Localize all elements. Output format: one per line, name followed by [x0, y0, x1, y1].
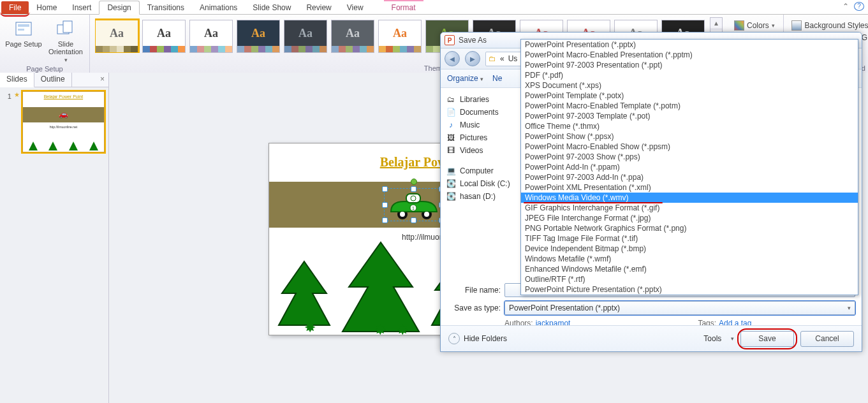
slide-thumbnail[interactable]: Belajar Power Point 🚗 http://ilmuonline.…: [22, 91, 105, 152]
file-type-option[interactable]: PowerPoint Macro-Enabled Presentation (*…: [521, 50, 858, 60]
nav-back-button[interactable]: ◄: [445, 51, 460, 66]
tree-videos[interactable]: 🎞Videos: [441, 144, 522, 157]
file-type-option[interactable]: Windows Media Video (*.wmv): [521, 193, 858, 203]
file-type-option[interactable]: PowerPoint Macro-Enabled Show (*.ppsm): [521, 142, 858, 152]
theme-thumb[interactable]: Aa: [331, 20, 374, 53]
file-type-option[interactable]: Device Independent Bitmap (*.bmp): [521, 244, 858, 254]
splat-shape[interactable]: ✸: [374, 322, 386, 339]
tree-libraries[interactable]: 🗂Libraries: [441, 93, 522, 106]
computer-icon: 💻: [446, 166, 456, 175]
car-icon: 1: [385, 189, 442, 221]
svg-point-9: [400, 212, 405, 217]
pane-tab-outline[interactable]: Outline: [34, 73, 72, 87]
file-type-option[interactable]: PowerPoint Add-In (*.ppam): [521, 162, 858, 172]
dialog-footer: ˄ Hide Folders Tools ▾ Save Cancel: [441, 325, 862, 351]
tab-file[interactable]: File: [1, 1, 29, 14]
save-as-type-dropdown-list[interactable]: PowerPoint Presentation (*.pptx)PowerPoi…: [520, 39, 858, 295]
file-type-option[interactable]: PowerPoint 97-2003 Add-In (*.ppa): [521, 172, 858, 182]
organize-button[interactable]: Organize ▾: [447, 74, 483, 83]
theme-thumb[interactable]: Aa: [142, 20, 186, 53]
nav-forward-button[interactable]: ►: [465, 51, 480, 66]
file-type-option[interactable]: Office Theme (*.thmx): [521, 121, 858, 131]
splat-shape[interactable]: ✸: [304, 319, 316, 336]
resize-handle[interactable]: [411, 217, 416, 223]
theme-thumb[interactable]: Aa: [284, 20, 327, 53]
tab-view[interactable]: View: [339, 1, 371, 14]
file-type-option[interactable]: Outline/RTF (*.rtf): [521, 274, 858, 284]
gallery-up-icon[interactable]: ▴: [710, 18, 722, 29]
animation-star-icon: ★: [14, 91, 20, 98]
thumb-url: http://ilmuonline.net: [23, 125, 104, 129]
file-type-option[interactable]: OpenDocument Presentation (*.odp): [521, 295, 858, 295]
pane-close-icon[interactable]: ×: [96, 73, 108, 87]
thumb-title: Belajar Power Point: [23, 94, 104, 99]
tab-animations[interactable]: Animations: [192, 1, 245, 14]
file-type-option[interactable]: TIFF Tag Image File Format (*.tif): [521, 233, 858, 244]
file-type-option[interactable]: PowerPoint Macro-Enabled Template (*.pot…: [521, 101, 858, 111]
save-as-type-combo[interactable]: PowerPoint Presentation (*.pptx)▾: [504, 301, 855, 315]
resize-handle[interactable]: [382, 217, 388, 223]
selected-picture-car[interactable]: 1: [384, 188, 443, 221]
tab-slideshow[interactable]: Slide Show: [245, 1, 298, 14]
colors-icon: [734, 20, 744, 31]
pane-tab-slides[interactable]: Slides: [0, 73, 34, 87]
hide-folders-button[interactable]: ˄ Hide Folders: [448, 333, 507, 344]
help-icon[interactable]: ?: [854, 2, 864, 11]
file-type-option[interactable]: PowerPoint Template (*.potx): [521, 91, 858, 101]
tab-transitions[interactable]: Transitions: [140, 1, 192, 14]
tree-computer[interactable]: 💻Computer: [441, 165, 522, 177]
file-type-option[interactable]: PDF (*.pdf): [521, 70, 858, 80]
ribbon-minimize-icon[interactable]: ⌃: [841, 2, 850, 11]
resize-handle[interactable]: [382, 202, 388, 208]
file-type-option[interactable]: JPEG File Interchange Format (*.jpg): [521, 213, 858, 223]
splat-shape[interactable]: ✸: [397, 322, 408, 339]
resize-handle[interactable]: [411, 186, 416, 192]
tree-local-c[interactable]: 💽Local Disk (C:): [441, 177, 522, 190]
save-as-dialog: P Save As ◄ ► 🗀 « Us Organize ▾ Ne 🗂Libr…: [440, 32, 862, 352]
tab-insert[interactable]: Insert: [64, 1, 99, 14]
theme-colors-label: Colors: [747, 21, 769, 30]
theme-thumb[interactable]: Aa: [237, 20, 280, 53]
tree-pictures[interactable]: 🖼Pictures: [441, 131, 522, 144]
page-setup-button[interactable]: Page Setup: [5, 17, 42, 48]
slide-orientation-label: Slide Orientation ▾: [47, 40, 84, 64]
theme-colors-button[interactable]: Colors ▾: [732, 20, 778, 31]
new-folder-button[interactable]: Ne: [492, 74, 502, 83]
libraries-icon: 🗂: [446, 95, 456, 104]
file-type-option[interactable]: PowerPoint Presentation (*.pptx): [521, 40, 858, 50]
breadcrumb-back: «: [500, 54, 504, 63]
slide-orientation-button[interactable]: Slide Orientation ▾: [47, 17, 84, 64]
tab-home[interactable]: Home: [29, 1, 64, 14]
tab-design[interactable]: Design: [99, 1, 139, 15]
tree-shape[interactable]: [339, 239, 422, 335]
file-type-option[interactable]: PowerPoint 97-2003 Presentation (*.ppt): [521, 60, 858, 70]
save-button[interactable]: Save: [740, 331, 794, 347]
file-type-option[interactable]: PNG Portable Network Graphics Format (*.…: [521, 223, 858, 233]
file-type-option[interactable]: PowerPoint Show (*.ppsx): [521, 131, 858, 142]
tree-shape[interactable]: [276, 258, 333, 328]
pane-tabs: Slides Outline ×: [0, 73, 108, 87]
file-type-option[interactable]: XPS Document (*.xps): [521, 80, 858, 91]
file-type-option[interactable]: Windows Metafile (*.wmf): [521, 254, 858, 264]
tree-music[interactable]: ♪Music: [441, 119, 522, 131]
nav-tree[interactable]: 🗂Libraries 📄Documents ♪Music 🖼Pictures 🎞…: [441, 88, 523, 279]
file-type-option[interactable]: GIF Graphics Interchange Format (*.gif): [521, 203, 858, 213]
file-type-option[interactable]: PowerPoint 97-2003 Template (*.pot): [521, 111, 858, 121]
theme-thumb[interactable]: Aa: [189, 20, 233, 53]
resize-handle[interactable]: [382, 186, 388, 192]
tab-format[interactable]: Format: [384, 1, 423, 14]
tree-hasan-d[interactable]: 💽hasan (D:): [441, 190, 522, 203]
file-type-option[interactable]: Enhanced Windows Metafile (*.emf): [521, 264, 858, 274]
theme-thumb[interactable]: Aa: [378, 20, 422, 53]
file-type-option[interactable]: PowerPoint 97-2003 Show (*.pps): [521, 152, 858, 162]
rotate-handle[interactable]: [411, 179, 417, 185]
cancel-button[interactable]: Cancel: [800, 331, 854, 347]
tree-documents[interactable]: 📄Documents: [441, 106, 522, 119]
breadcrumb-text: Us: [508, 54, 518, 63]
background-styles-button[interactable]: Background Styles ▾: [789, 20, 868, 31]
theme-thumb[interactable]: Aa: [95, 20, 138, 53]
tools-button[interactable]: Tools ▾: [703, 334, 734, 343]
file-type-option[interactable]: PowerPoint XML Presentation (*.xml): [521, 182, 858, 193]
file-type-option[interactable]: PowerPoint Picture Presentation (*.pptx): [521, 284, 858, 295]
tab-review[interactable]: Review: [298, 1, 339, 14]
